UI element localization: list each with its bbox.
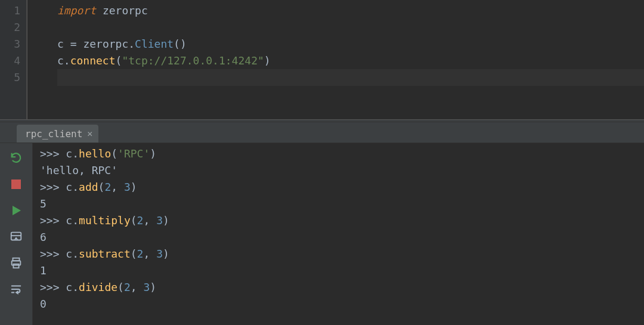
prompt: >>>	[40, 281, 66, 293]
close-icon[interactable]: ✕	[87, 128, 92, 139]
tab-rpc-client[interactable]: rpc_client ✕	[17, 125, 98, 143]
arg: 3	[143, 281, 150, 293]
dot: .	[128, 38, 135, 50]
var: c	[57, 38, 64, 50]
obj: c	[66, 181, 72, 193]
dot: .	[72, 214, 79, 227]
console-input-line: >>> c.divide(2, 3)	[40, 279, 644, 296]
prompt: >>>	[40, 247, 66, 260]
console-output-line: 6	[40, 229, 644, 246]
line-number: 1	[0, 2, 20, 19]
string-literal: "tcp://127.0.0.1:4242"	[122, 54, 264, 67]
keyword-import: import	[57, 4, 96, 17]
console-input-line: >>> c.hello('RPC')	[40, 146, 644, 162]
comma: ,	[111, 181, 124, 193]
prompt: >>>	[40, 147, 66, 160]
comma: ,	[143, 247, 156, 260]
wrap-icon[interactable]	[8, 281, 24, 297]
lparen: (	[131, 247, 137, 260]
prompt: >>>	[40, 214, 66, 227]
run-icon[interactable]	[8, 203, 24, 218]
dot: .	[72, 147, 79, 160]
space	[77, 38, 83, 50]
lparen: (	[131, 214, 137, 227]
obj: c	[66, 214, 72, 227]
arg: 2	[137, 214, 144, 227]
dot: .	[72, 281, 79, 293]
space	[96, 4, 103, 17]
arg: 'RPC'	[117, 147, 150, 160]
obj: c	[66, 281, 72, 293]
object: zerorpc	[83, 38, 128, 50]
lparen: (	[116, 54, 122, 67]
console-output[interactable]: >>> c.hello('RPC') 'hello, RPC' >>> c.ad…	[33, 143, 644, 325]
obj: c	[66, 247, 72, 260]
stop-icon[interactable]	[8, 177, 24, 192]
rparen: )	[180, 38, 187, 50]
equals: =	[70, 38, 77, 50]
obj: c	[66, 147, 72, 160]
var: c	[57, 54, 64, 67]
arg: 2	[104, 181, 111, 193]
code-line[interactable]	[57, 19, 644, 36]
comma: ,	[131, 281, 144, 293]
console-input-line: >>> c.add(2, 3)	[40, 179, 644, 196]
method: subtract	[79, 247, 131, 260]
lparen: (	[174, 38, 180, 50]
rparen: )	[150, 281, 156, 293]
dot: .	[64, 54, 70, 67]
code-line-current[interactable]	[57, 69, 644, 86]
console-output-line: 1	[40, 262, 644, 279]
space	[64, 38, 70, 50]
print-icon[interactable]	[8, 255, 24, 271]
svg-rect-0	[11, 179, 21, 189]
line-number: 5	[0, 69, 20, 86]
line-number-gutter: 1 2 3 4 5	[0, 0, 27, 119]
class-name: Client	[135, 38, 174, 50]
line-number: 3	[0, 36, 20, 52]
comma: ,	[143, 214, 156, 227]
code-editor: 1 2 3 4 5 import zerorpc c = zerorpc.Cli…	[0, 0, 644, 119]
lparen: (	[98, 181, 105, 193]
rparen: )	[264, 54, 271, 67]
code-line[interactable]: import zerorpc	[57, 2, 644, 19]
line-number: 2	[0, 19, 20, 36]
console-output-line: 0	[40, 296, 644, 312]
rparen: )	[163, 247, 169, 260]
rerun-icon[interactable]	[8, 150, 24, 166]
prompt: >>>	[40, 181, 66, 193]
code-line[interactable]: c = zerorpc.Client()	[57, 36, 644, 52]
method: divide	[79, 281, 117, 293]
python-console: >>> c.hello('RPC') 'hello, RPC' >>> c.ad…	[0, 143, 644, 325]
module-name: zerorpc	[103, 4, 148, 17]
method: add	[79, 181, 98, 193]
tab-label: rpc_client	[25, 128, 82, 140]
layout-icon[interactable]	[8, 229, 24, 244]
code-line[interactable]: c.connect("tcp://127.0.0.1:4242")	[57, 52, 644, 69]
dot: .	[72, 247, 79, 260]
method: hello	[79, 147, 111, 160]
lparen: (	[111, 147, 117, 160]
arg: 2	[124, 281, 131, 293]
rparen: )	[150, 147, 156, 160]
console-input-line: >>> c.subtract(2, 3)	[40, 246, 644, 262]
code-pane[interactable]: import zerorpc c = zerorpc.Client() c.co…	[27, 0, 644, 119]
rparen: )	[131, 181, 137, 193]
console-output-line: 'hello, RPC'	[40, 162, 644, 179]
arg: 3	[156, 247, 163, 260]
console-toolbar	[0, 143, 33, 325]
method: multiply	[79, 214, 131, 227]
console-tabbar: rpc_client ✕	[0, 122, 644, 143]
dot: .	[72, 181, 79, 193]
method-name: connect	[70, 54, 116, 67]
console-output-line: 5	[40, 196, 644, 212]
arg: 3	[156, 214, 163, 227]
console-input-line: >>> c.multiply(2, 3)	[40, 212, 644, 229]
arg: 2	[137, 247, 144, 260]
line-number: 4	[0, 52, 20, 69]
lparen: (	[117, 281, 124, 293]
rparen: )	[163, 214, 169, 227]
arg: 3	[124, 181, 131, 193]
